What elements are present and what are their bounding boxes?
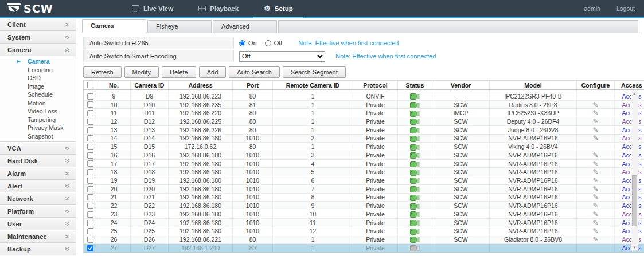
row-checkbox[interactable]	[87, 169, 93, 175]
row-checkbox[interactable]	[87, 152, 93, 159]
refresh-button[interactable]: Refresh	[83, 66, 122, 78]
row-checkbox[interactable]	[87, 101, 93, 108]
table-row[interactable]: 22D22192.168.86.18010109PrivateSCWNVR-AD…	[84, 202, 644, 210]
configure-pencil-icon[interactable]: ✎	[592, 193, 598, 201]
scrollbar-thumb[interactable]	[632, 175, 637, 226]
row-checkbox[interactable]	[87, 144, 93, 150]
scroll-down-icon[interactable]: ▼	[631, 244, 638, 250]
row-checkbox[interactable]	[87, 160, 93, 167]
sidebar-section-vca[interactable]: VCA	[0, 142, 76, 155]
smart-encoding-select[interactable]: Off	[239, 51, 325, 62]
configure-pencil-icon[interactable]: ✎	[592, 219, 598, 227]
table-row[interactable]: 27D27192.168.1.240801PrivateAccess	[84, 243, 644, 252]
row-checkbox[interactable]	[87, 93, 93, 100]
table-row[interactable]: 25D25192.168.86.180101012PrivateSCWNVR-A…	[84, 227, 644, 235]
row-checkbox[interactable]	[87, 211, 93, 218]
h265-on-radio[interactable]: On	[239, 40, 257, 46]
table-row[interactable]: 18D18192.168.86.18010105PrivateSCWNVR-AD…	[84, 168, 644, 176]
h265-off-radio[interactable]: Off	[265, 40, 282, 46]
configure-pencil-icon[interactable]: ✎	[592, 168, 598, 176]
table-row[interactable]: 26D26192.168.86.221801PrivateSCWGladiato…	[84, 235, 644, 244]
sidebar-item-snapshot[interactable]: Snapshot	[0, 132, 76, 141]
modify-button[interactable]: Modify	[124, 66, 159, 78]
sidebar-item-privacy-mask[interactable]: Privacy Mask	[0, 124, 76, 132]
configure-pencil-icon[interactable]: ✎	[592, 160, 598, 168]
sidebar-section-backup[interactable]: Backup	[0, 243, 76, 255]
sidebar-section-maintenance[interactable]: Maintenance	[0, 230, 76, 243]
table-row[interactable]: 13D13192.168.86.226801PrivateSCWJudge 8.…	[84, 125, 644, 134]
sidebar-item-osd[interactable]: OSD	[0, 74, 76, 82]
configure-pencil-icon[interactable]: ✎	[592, 235, 598, 243]
scroll-up-icon[interactable]: ▲	[631, 90, 638, 97]
table-row[interactable]: 10D10192.168.86.235811PrivateSCWRadius 8…	[84, 100, 644, 109]
auto-search-button[interactable]: Auto Search	[229, 66, 280, 78]
configure-pencil-icon[interactable]: ✎	[592, 101, 598, 109]
nav-setup[interactable]: ⚙ Setup	[261, 0, 295, 17]
sidebar-section-hard-disk[interactable]: Hard Disk	[0, 155, 76, 167]
row-checkbox[interactable]	[87, 245, 93, 251]
configure-pencil-icon[interactable]: ✎	[592, 227, 598, 235]
row-checkbox[interactable]	[87, 203, 93, 209]
sidebar-section-client[interactable]: Client	[0, 18, 76, 31]
sidebar-item-video-loss[interactable]: Video Loss	[0, 107, 76, 116]
sidebar-section-camera[interactable]: Camera	[0, 44, 76, 56]
table-row[interactable]: 20D20192.168.86.18010107PrivateSCWNVR-AD…	[84, 184, 644, 193]
select-all-checkbox[interactable]	[87, 82, 93, 88]
sidebar-item-image[interactable]: Image	[0, 82, 76, 91]
sidebar-section-system[interactable]: System	[0, 31, 76, 44]
sidebar-item-motion[interactable]: Motion	[0, 99, 76, 108]
configure-pencil-icon[interactable]: ✎	[592, 117, 598, 125]
table-row[interactable]: 19D19192.168.86.18010106PrivateSCWNVR-AD…	[84, 176, 644, 185]
row-checkbox[interactable]	[87, 119, 93, 125]
tab-fisheye[interactable]: Fisheye	[147, 20, 212, 33]
row-checkbox[interactable]	[87, 237, 93, 243]
row-checkbox[interactable]	[87, 228, 93, 234]
table-row[interactable]: 21D21192.168.86.18010108PrivateSCWNVR-AD…	[84, 193, 644, 202]
configure-pencil-icon[interactable]: ✎	[592, 210, 598, 218]
configure-pencil-icon[interactable]: ✎	[592, 109, 598, 117]
h265-off-input[interactable]	[265, 40, 271, 46]
configure-pencil-icon[interactable]: ✎	[592, 126, 598, 134]
configure-pencil-icon[interactable]: ✎	[592, 185, 598, 193]
table-row[interactable]: 9D9192.168.86.223801ONVIF—IPC2122SR3-PF4…	[84, 92, 644, 101]
sidebar-section-network[interactable]: Network	[0, 192, 76, 205]
delete-button[interactable]: Delete	[162, 66, 196, 78]
h265-off-label: Off	[274, 40, 282, 46]
table-scrollbar[interactable]: ▲ ▼	[631, 90, 638, 251]
nav-live-view[interactable]: Live View	[130, 0, 175, 17]
table-row[interactable]: 12D12192.168.86.225801PrivateSCWDeputy 4…	[84, 117, 644, 126]
add-button[interactable]: Add	[199, 66, 227, 78]
nav-playback[interactable]: Playback	[196, 0, 241, 17]
sidebar-item-camera[interactable]: Camera	[0, 57, 76, 66]
table-row[interactable]: 23D23192.168.86.180101010PrivateSCWNVR-A…	[84, 210, 644, 219]
row-checkbox[interactable]	[87, 127, 93, 133]
table-row[interactable]: 14D14192.168.86.18010102PrivateSCWNVR-AD…	[84, 134, 644, 143]
row-checkbox[interactable]	[87, 110, 93, 116]
sidebar-section-alert[interactable]: Alert	[0, 180, 76, 192]
row-checkbox[interactable]	[87, 194, 93, 200]
configure-pencil-icon[interactable]: ✎	[592, 134, 598, 142]
table-row[interactable]: 16D16192.168.86.18010103PrivateSCWNVR-AD…	[84, 151, 644, 160]
tab-camera[interactable]: Camera	[82, 19, 146, 33]
configure-pencil-icon[interactable]: ✎	[592, 202, 598, 210]
row-checkbox[interactable]	[87, 186, 93, 192]
table-row[interactable]: 15D15172.16.0.62801PrivateSCWViking 4.0 …	[84, 143, 644, 151]
sidebar-section-platform[interactable]: Platform	[0, 205, 76, 218]
sidebar-item-schedule[interactable]: Schedule	[0, 90, 76, 99]
configure-pencil-icon[interactable]: ✎	[592, 176, 598, 184]
tab-advanced[interactable]: Advanced	[213, 20, 277, 33]
h265-on-input[interactable]	[239, 40, 245, 46]
sidebar-section-user[interactable]: User	[0, 218, 76, 230]
sidebar-item-tampering[interactable]: Tampering	[0, 116, 76, 124]
table-row[interactable]: 24D24192.168.86.180101011PrivateSCWNVR-A…	[84, 218, 644, 227]
row-checkbox[interactable]	[87, 219, 93, 226]
search-segment-button[interactable]: Search Segment	[283, 66, 346, 78]
sidebar-item-encoding[interactable]: Encoding	[0, 66, 76, 74]
row-checkbox[interactable]	[87, 178, 93, 184]
table-row[interactable]: 17D17192.168.86.18010104PrivateSCWNVR-AD…	[84, 159, 644, 168]
row-checkbox[interactable]	[87, 135, 93, 141]
configure-pencil-icon[interactable]: ✎	[592, 151, 598, 159]
logout-button[interactable]: Logout	[616, 5, 635, 12]
sidebar-section-alarm[interactable]: Alarm	[0, 167, 76, 180]
table-row[interactable]: 11D11192.168.86.220801PrivateIMCPIPC6252…	[84, 109, 644, 117]
